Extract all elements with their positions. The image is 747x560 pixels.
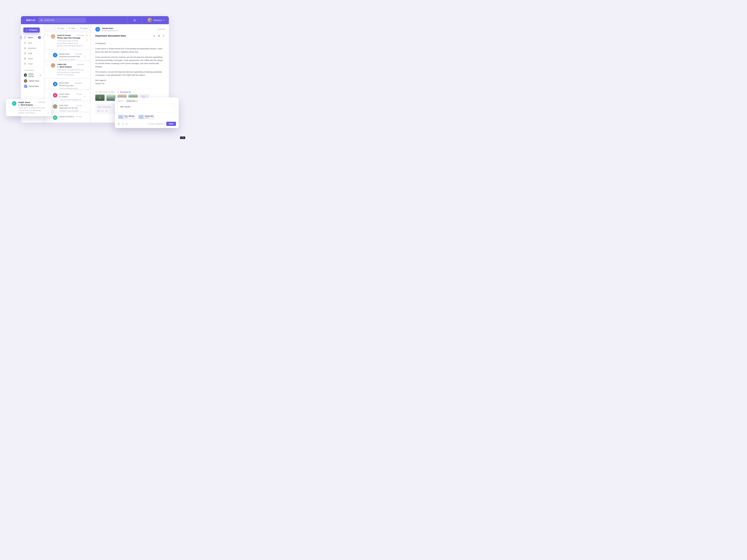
contact-name: Jabbar Khan bbox=[29, 80, 39, 82]
conversation-item[interactable]: K Kamal banu bbox=[21, 84, 44, 89]
download-icon bbox=[117, 91, 119, 93]
mail-item[interactable]: K Kayum Al Khusru07 June bbox=[45, 113, 90, 123]
delete-icon[interactable] bbox=[162, 35, 165, 37]
remove-chip-icon[interactable]: × bbox=[136, 100, 137, 102]
nav-draft[interactable]: Draft bbox=[21, 51, 44, 56]
sender-avatar: N bbox=[53, 82, 57, 86]
reply-attachment[interactable]: ima...363.jpg17kb bbox=[118, 114, 136, 119]
trash-icon bbox=[80, 27, 82, 29]
inbox-icon bbox=[24, 36, 26, 39]
mail-preview: There are many variations of passages of… bbox=[59, 99, 82, 100]
mail-from: Liakot dot bbox=[57, 63, 66, 65]
svg-line-6 bbox=[69, 28, 70, 29]
mail-checkbox[interactable] bbox=[49, 82, 51, 84]
message-subject: Important document here bbox=[95, 34, 126, 37]
mail-preview: It was popularised in the 1960s with the… bbox=[59, 87, 82, 89]
mail-checkbox[interactable] bbox=[49, 94, 51, 96]
image-icon[interactable] bbox=[97, 110, 100, 112]
image-icon[interactable] bbox=[118, 123, 120, 125]
contact-avatar: M bbox=[24, 74, 27, 77]
reply-editor[interactable]: Hello Jainab, bbox=[118, 104, 176, 112]
nav-trash[interactable]: Trash bbox=[21, 61, 44, 66]
mail-from: Jivan Paul bbox=[59, 104, 68, 106]
mail-subject: Receive your doc bbox=[59, 84, 82, 87]
select-all-dropdown[interactable] bbox=[46, 26, 52, 30]
print-icon[interactable] bbox=[158, 35, 160, 37]
notifications-button[interactable] bbox=[130, 16, 139, 24]
mail-preview: Contrary to popular belief, Lorem Ipsum … bbox=[59, 110, 82, 111]
attachment-thumb[interactable] bbox=[95, 95, 105, 101]
conversation-item[interactable]: J Jabbar Khan bbox=[21, 78, 44, 84]
location-icon bbox=[147, 123, 149, 125]
mark-read-button[interactable]: Read bbox=[56, 26, 66, 30]
watermark: ui ⇅ bbox=[180, 136, 185, 139]
mail-item[interactable]: N Nasir ShahYesterday Receive your doc I… bbox=[45, 79, 90, 89]
reply-icon bbox=[18, 104, 20, 106]
mail-subject: Please open this message bbox=[57, 37, 84, 39]
reply-icon[interactable] bbox=[153, 35, 155, 37]
envelope-icon bbox=[57, 27, 59, 29]
recipient-chip[interactable]: Jainab khan× bbox=[126, 100, 138, 102]
nav-spam[interactable]: Spam bbox=[21, 56, 44, 61]
mail-checkbox[interactable] bbox=[8, 102, 10, 104]
nav-sent[interactable]: Sent bbox=[21, 40, 44, 46]
star-icon bbox=[24, 47, 26, 49]
mail-item[interactable]: Liakot dotYesterday Work Enquiry Lorem I… bbox=[45, 61, 90, 78]
file-name: ima...363.jpg bbox=[125, 115, 134, 117]
compose-button[interactable]: Compose bbox=[23, 27, 40, 32]
delete-button[interactable]: Delete bbox=[78, 26, 89, 30]
conversation-item[interactable]: M Miftah Jaman bbox=[21, 72, 44, 78]
svg-point-15 bbox=[122, 123, 124, 125]
attachment-size: (24 MB) bbox=[108, 91, 114, 93]
paperclip-icon bbox=[84, 96, 86, 98]
mail-from: Shajib Jamal bbox=[18, 101, 30, 104]
unread-dot bbox=[40, 75, 41, 76]
svg-point-0 bbox=[41, 20, 42, 21]
mail-time: 11 June bbox=[76, 105, 82, 106]
mail-time: 03:36 AM bbox=[75, 53, 82, 55]
download-icon bbox=[95, 95, 105, 101]
mail-from: Jainab khan bbox=[59, 53, 70, 55]
mark-spam-button[interactable]: Spam bbox=[67, 26, 77, 30]
mail-item[interactable]: J Jainab khan03:36 AM Important document… bbox=[45, 50, 90, 60]
mail-preview: Lorem Ipsum is simply dummy text of the … bbox=[57, 69, 84, 76]
sender-avatar: J bbox=[53, 53, 57, 57]
mail-time: Yesterday bbox=[38, 101, 45, 104]
sender-avatar: A bbox=[53, 93, 57, 98]
mail-from: Kayum Al Khusru bbox=[59, 115, 74, 118]
nav-inbox[interactable]: Inbox 2 bbox=[21, 35, 44, 40]
search-bar[interactable] bbox=[38, 18, 86, 23]
mail-subject: Work Enquiry bbox=[57, 66, 84, 68]
reply-attachment[interactable]: images.jpg20kb bbox=[138, 114, 155, 119]
mail-checkbox[interactable] bbox=[49, 116, 51, 118]
mail-item[interactable]: A Aman Arfan12 June no subject There are… bbox=[45, 90, 90, 100]
sent-icon bbox=[24, 42, 26, 44]
mail-time: 12 June bbox=[76, 93, 82, 95]
sender-avatar bbox=[53, 104, 57, 109]
user-menu[interactable]: Mahabub bbox=[145, 18, 165, 22]
trash-icon bbox=[24, 63, 26, 65]
contact-name: Kamal banu bbox=[29, 85, 39, 87]
pencil-icon[interactable] bbox=[173, 105, 174, 107]
send-button[interactable]: Send bbox=[166, 122, 176, 126]
download-all-link[interactable]: Download all bbox=[120, 91, 131, 93]
mail-item[interactable]: Jivan Paul11 June Application for the Jo… bbox=[45, 102, 90, 111]
attachment-thumb[interactable] bbox=[106, 95, 115, 101]
mail-checkbox[interactable] bbox=[47, 64, 49, 65]
paperclip-icon[interactable] bbox=[126, 123, 128, 125]
star-icon[interactable] bbox=[86, 34, 88, 36]
mail-preview-popup[interactable]: S Shajib JamalYesterday Work Enquiry Lor… bbox=[6, 99, 51, 116]
reply-composer: Reply to : Jainab khan× Hello Jainab, im… bbox=[115, 98, 179, 128]
emoji-icon[interactable] bbox=[101, 110, 104, 112]
emoji-icon[interactable] bbox=[122, 123, 124, 125]
nav-important[interactable]: Important bbox=[21, 46, 44, 51]
mail-checkbox[interactable] bbox=[47, 35, 49, 36]
app-header: dotmail Mahabub bbox=[21, 16, 169, 24]
paperclip-icon[interactable] bbox=[105, 110, 108, 112]
mail-item[interactable]: Ayub Al Ansari05:43 AM Please open this … bbox=[45, 32, 90, 49]
mail-time: 07 June bbox=[76, 116, 82, 117]
svg-line-1 bbox=[42, 21, 43, 21]
mail-preview: Lorem ipsum dolor sit amet, consectetuer… bbox=[57, 39, 84, 47]
search-input[interactable] bbox=[44, 19, 84, 21]
mail-checkbox[interactable] bbox=[49, 53, 51, 55]
